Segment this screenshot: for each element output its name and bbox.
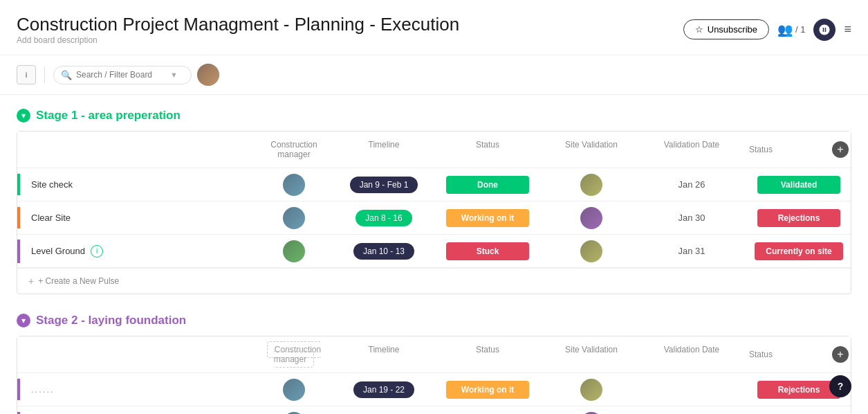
validation-date-cell: Jan 26 [640,177,744,192]
search-icon: 🔍 [61,70,72,80]
search-box: 🔍 ▼ [53,66,192,84]
title-section: Construction Project Managment - Plannin… [17,14,459,45]
status-cell: Working on it [432,206,543,230]
help-button[interactable]: ? [829,375,851,397]
page-title: Construction Project Managment - Plannin… [17,14,459,35]
col-site-validation: Site Validation [543,137,640,162]
final-status-cell: Validated [744,173,854,197]
col-fs2: Status + [744,342,854,367]
stage1-table: Construction manager Timeline Status Sit… [17,131,851,294]
avatar-filter[interactable] [197,64,219,86]
avatar [283,207,305,229]
avatar [580,207,602,229]
col-validation-date: Validation Date [640,137,744,162]
col-name2 [17,342,252,367]
timeline-cell: Jan 10 - 13 [335,240,432,262]
col-timeline: Timeline [335,137,432,162]
timeline-cell: Jan 8 - 16 [335,207,432,229]
user-count: 👥 / 1 [777,22,805,37]
table-row: ...... Jan 19 - 22 Working on it Rejecti… [17,373,851,406]
validation-date-cell: Jan 31 [640,243,744,259]
avatar [283,240,305,262]
status-cell: Working on it [432,378,543,402]
final-status-cell: Rejections [744,411,854,415]
timeline-cell: Jan 21 - 30 [335,412,432,415]
stage1-section: ▾ Stage 1 - area preperation Constructio… [17,109,851,294]
construction-manager-dashed[interactable]: Construction manager [267,341,321,368]
stage1-toggle[interactable]: ▾ [17,109,30,123]
timeline-cell: Jan 9 - Feb 1 [335,174,432,196]
col-status2: Status + [744,137,854,162]
avatar [580,174,602,196]
col-construction-manager: Construction manager [252,137,335,162]
stage1-title: Stage 1 - area preperation [36,109,181,123]
search-dropdown-icon[interactable]: ▼ [170,71,178,79]
info-button[interactable]: i [17,65,36,84]
avatar [283,379,305,401]
avatar-cell [252,171,335,199]
col-timeline2: Timeline [335,342,432,367]
final-status-cell: Currently on site [744,240,854,263]
avatar [283,412,305,415]
col-name [17,137,252,162]
avatar-cell [252,237,335,265]
avatar-cell [252,376,335,404]
menu-icon[interactable]: ≡ [844,22,851,37]
timeline-cell: Jan 19 - 22 [335,379,432,401]
site-validation-cell [543,237,640,265]
add-column-button-2[interactable]: + [832,346,849,363]
info-badge[interactable]: i [91,245,103,258]
stage1-header: ▾ Stage 1 - area preperation [17,109,851,123]
avatar [580,379,602,401]
row-name-level-ground: Level Ground i [17,240,252,263]
main-content: ▾ Stage 1 - area preperation Constructio… [0,95,868,414]
page-subtitle: Add board description [17,35,459,45]
status-cell: Done [432,173,543,197]
table-row: Site check Jan 9 - Feb 1 Done Jan 26 [17,168,851,201]
stage2-header: ▾ Stage 2 - laying foundation [17,314,851,327]
validation-date-cell [640,387,744,393]
avatar [580,412,602,415]
col-vd2: Validation Date [640,342,744,367]
site-validation-cell [543,409,640,415]
table-row: ...... Jan 21 - 30 Working on it Rejecti… [17,406,851,414]
table-row: Clear Site Jan 8 - 16 Working on it Jan … [17,201,851,235]
col-status2h: Status [432,342,543,367]
search-input[interactable] [76,70,166,80]
final-status-cell: Rejections [744,206,854,230]
stage2-title: Stage 2 - laying foundation [36,314,186,327]
status-cell: Stuck [432,240,543,263]
validation-date-cell: Jan 30 [640,210,744,226]
col-status: Status [432,137,543,162]
col-sv2: Site Validation [543,342,640,367]
table-row: Level Ground i Jan 10 - 13 Stuck Jan 31 [17,235,851,268]
avatar-cell [252,409,335,415]
stage1-table-header: Construction manager Timeline Status Sit… [17,132,851,168]
col-cm2: Construction manager [252,342,335,367]
users-icon: 👥 [777,22,793,37]
avatar [580,240,602,262]
user-count-text: / 1 [795,24,805,35]
unsubscribe-label: Unsubscribe [708,24,757,35]
stage2-section: ▾ Stage 2 - laying foundation Constructi… [17,314,851,414]
avatar [283,174,305,196]
row-name-site-check: Site check [17,174,252,195]
site-validation-cell [543,204,640,232]
header-actions: ☆ Unsubscribe 👥 / 1 ≡ [683,19,851,41]
brand-icon[interactable] [813,19,835,41]
add-row-button[interactable]: + + Create a New Pulse [17,268,851,294]
page-header: Construction Project Managment - Plannin… [0,0,868,55]
row-name-clear-site: Clear Site [17,207,252,228]
add-row-label: + Create a New Pulse [38,276,119,286]
status-cell: Working on it [432,411,543,415]
site-validation-cell [543,171,640,199]
add-column-button[interactable]: + [832,141,849,158]
toolbar: i 🔍 ▼ [0,55,868,95]
toolbar-divider [44,66,45,83]
unsubscribe-button[interactable]: ☆ Unsubscribe [683,19,769,39]
site-validation-cell [543,376,640,404]
star-icon: ☆ [695,24,703,35]
row-name-s2r1: ...... [17,379,252,400]
stage2-toggle[interactable]: ▾ [17,314,30,327]
avatar-cell [252,204,335,232]
